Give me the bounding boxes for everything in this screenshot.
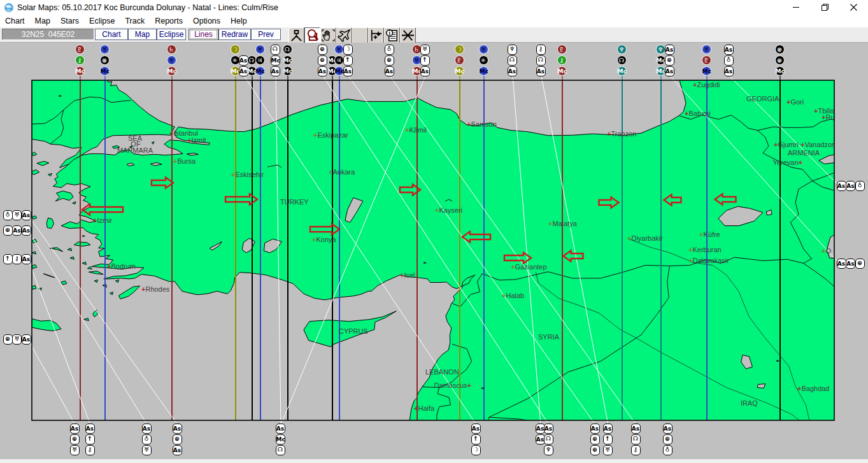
planet-glyph-marker: As — [665, 45, 674, 55]
planet-glyph-marker: As — [12, 225, 22, 236]
country-label: IRAQ — [741, 399, 758, 407]
paint-roller-icon: undefined — [353, 28, 367, 43]
planet-glyph-marker: ↑ — [603, 434, 613, 445]
planet-glyph-marker: Mc — [455, 66, 464, 76]
map-button[interactable]: Map — [128, 29, 157, 40]
planet-glyph-marker: As — [846, 259, 855, 269]
planet-glyph-marker: ⊕ — [318, 45, 327, 55]
planet-glyph-marker: ⊕ — [385, 55, 394, 66]
planet-glyph-marker: As — [544, 424, 553, 434]
planet-glyph-marker: ✳ — [479, 55, 488, 65]
city-label: +Zugdidi — [693, 81, 720, 89]
city-label: +Eskipazar — [313, 131, 348, 139]
planet-glyph-marker: As — [420, 66, 430, 76]
planet-glyph-marker: ♅ — [142, 445, 152, 455]
planet-glyph-marker: ⊕ — [665, 55, 674, 66]
city-label: +Gjumri — [774, 141, 799, 148]
close-button[interactable] — [839, 0, 868, 15]
menu-eclipse[interactable]: Eclipse — [84, 15, 120, 27]
planet-glyph-marker: ☽ — [455, 45, 464, 54]
planet-glyph-marker: As — [70, 424, 80, 434]
travel-icon-button[interactable] — [336, 27, 352, 43]
parans-icon — [401, 28, 415, 43]
app-icon — [4, 3, 14, 13]
planet-glyph-marker: Mc — [255, 66, 265, 76]
eclipse-button[interactable]: Eclipse — [157, 29, 186, 40]
map-area: +Istanbul+Izmit+Bursa+Eskisehir+Eskipaza… — [28, 76, 849, 425]
zoom-icon-button[interactable] — [304, 27, 320, 43]
planet-glyph-marker: ⊕ — [173, 434, 182, 445]
planet-glyph-marker: Mc — [334, 66, 344, 76]
city-label: +Baghdad — [797, 385, 829, 392]
menu-stars[interactable]: Stars — [55, 15, 84, 27]
window-bottom-edge — [0, 459, 868, 463]
lines-button[interactable]: Lines — [189, 29, 218, 40]
map-canvas[interactable]: +Istanbul+Izmit+Bursa+Eskisehir+Eskipaza… — [0, 43, 868, 463]
planet-glyph-marker: Mc — [75, 66, 85, 76]
menu-options[interactable]: Options — [188, 15, 225, 27]
redraw-button[interactable]: Redraw — [218, 29, 251, 40]
menu-reports[interactable]: Reports — [150, 15, 188, 27]
planet-glyph-marker: ♅ — [167, 55, 176, 65]
locate-icon — [289, 28, 304, 43]
planet-glyph-marker: ♆ — [508, 45, 517, 55]
city-label: Yerevan+ — [773, 159, 802, 166]
city-label: +Izmir — [93, 217, 113, 224]
menu-map[interactable]: Map — [30, 15, 55, 27]
title-bar: Solar Maps: 05.10.2017 Koc Burcunda Dolu… — [0, 0, 868, 15]
chart-button[interactable]: Chart — [95, 29, 128, 40]
prev-button[interactable]: Prev — [251, 29, 281, 40]
planet-glyph-marker: As — [603, 424, 613, 434]
planet-glyph-marker: Mc — [283, 55, 292, 65]
menu-track[interactable]: Track — [120, 15, 150, 27]
minimize-button[interactable] — [782, 0, 811, 15]
planet-glyph-marker: Mc — [702, 66, 711, 76]
planet-glyph-marker: ♅ — [420, 45, 430, 55]
planet-glyph-marker: ♇ — [455, 55, 464, 65]
planet-glyph-marker: ↑ — [85, 434, 95, 445]
planet-glyph-marker: ♁ — [385, 45, 394, 55]
planet-glyph-marker: ♅ — [603, 445, 613, 455]
planet-glyph-marker: As — [276, 424, 285, 434]
planet-glyph-marker: Mc — [656, 66, 665, 76]
planet-glyph-marker: As — [318, 66, 327, 76]
planet-glyph-marker: ⚷ — [12, 254, 22, 264]
city-label: +Dalavakasir — [688, 257, 729, 264]
planet-glyph-marker: As — [724, 66, 734, 76]
locate-icon-button[interactable] — [288, 27, 304, 43]
planet-glyph-marker: As — [631, 424, 641, 434]
planet-glyph-marker: ☊ — [631, 434, 641, 445]
lake — [757, 384, 765, 388]
planet-glyph-marker: ♅ — [12, 210, 22, 220]
country-label: SYRIA — [538, 333, 560, 341]
pan-icon-button[interactable] — [320, 27, 336, 43]
planet-glyph-marker: ♁ — [663, 445, 672, 455]
planet-glyph-marker: As — [271, 66, 280, 76]
planet-glyph-marker: ⊕ — [3, 334, 13, 345]
planet-glyph-marker: ⚷ — [631, 445, 641, 455]
planet-glyph-marker: As — [22, 334, 31, 345]
city-label: +Diyarbakir — [627, 234, 663, 242]
city-label: +Trabzon — [607, 130, 636, 138]
city-label: +O — [822, 247, 831, 255]
zoom-icon — [305, 28, 320, 43]
planet-glyph-marker: ⊕ — [663, 434, 672, 445]
planet-glyph-marker: ↑ — [3, 254, 13, 264]
planet-glyph-marker: ☊ — [617, 55, 627, 65]
city-label: +Eskisehir — [231, 171, 264, 178]
maximize-button[interactable] — [811, 0, 839, 15]
menu-help[interactable]: Help — [225, 15, 252, 27]
menu-chart[interactable]: Chart — [0, 15, 30, 27]
city-label: +Malatya — [548, 220, 578, 227]
report-icon-button[interactable]: i — [384, 27, 400, 43]
measure-icon-button[interactable] — [368, 27, 384, 43]
parans-icon-button[interactable] — [400, 27, 416, 43]
planet-glyph-marker: ♁ — [724, 55, 734, 66]
planet-glyph-marker: ⊕ — [590, 434, 600, 445]
planet-glyph-marker: ♇ — [557, 45, 567, 54]
planet-glyph-marker: ♃ — [255, 55, 265, 65]
svg-text:i: i — [388, 30, 390, 36]
city-label: +Kerburan — [688, 246, 722, 253]
planet-glyph-marker: ⚷ — [557, 55, 567, 65]
paint-roller-icon-button[interactable]: undefined — [352, 27, 368, 43]
